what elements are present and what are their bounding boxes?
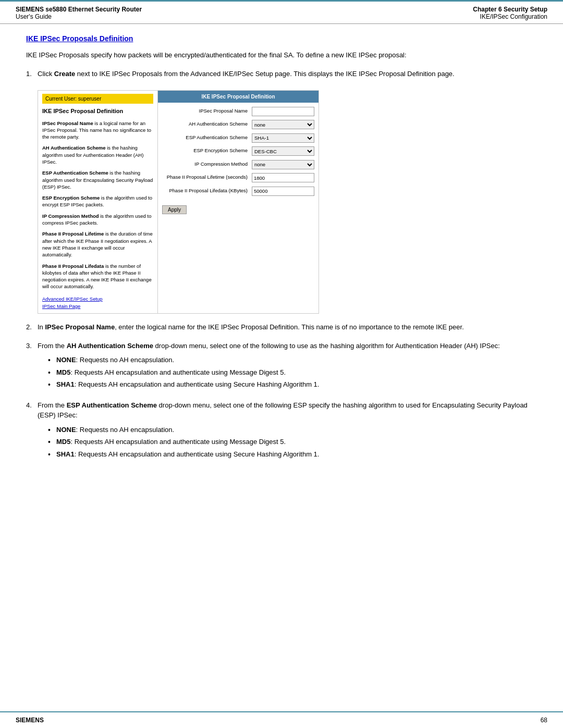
right-panel: IKE IPSec Proposal Definition IPSec Prop… <box>158 91 319 313</box>
bullet-text: : Requests AH encapsulation and authenti… <box>75 380 320 388</box>
bullet-item: SHA1: Requests AH encapsulation and auth… <box>48 379 537 390</box>
form-input-3[interactable]: none DES-CBC 3DES-CBC <box>252 146 314 156</box>
left-panel: Current User: superuser IKE IPSec Propos… <box>38 91 158 313</box>
bullet-bold: NONE <box>56 356 76 364</box>
form-label-2: ESP Authentication Scheme <box>162 134 252 141</box>
step-number: 2. <box>26 322 38 332</box>
ipsec-proposal-name-field[interactable] <box>252 107 314 116</box>
step1-text-before: Click <box>38 70 54 78</box>
apply-row: Apply <box>158 202 319 219</box>
list-item: 4. From the ESP Authentication Scheme dr… <box>26 400 537 462</box>
desc-6: Phase II Proposal Lifedata is the number… <box>42 263 153 290</box>
form-input-6[interactable] <box>252 186 314 196</box>
step2-text-before: In <box>38 323 45 331</box>
bullet-text: : Requests AH encapsulation and authenti… <box>70 368 286 376</box>
right-panel-header: IKE IPSec Proposal Definition <box>158 91 319 103</box>
step3-text-after: drop-down menu, select one of the follow… <box>153 342 500 350</box>
step1-bold: Create <box>54 70 75 78</box>
step1-text-after: next to IKE IPSec Proposals from the Adv… <box>75 70 454 78</box>
header-left: SIEMENS se5880 Ethernet Security Router … <box>16 6 142 20</box>
bullet-text: : Requests AH encapsulation and authenti… <box>70 438 286 446</box>
bullet-bold: SHA1 <box>56 450 75 458</box>
left-panel-links: Advanced IKE/IPSec Setup IPSec Main Page <box>42 295 153 311</box>
desc-4: IP Compression Method is the algorithm u… <box>42 213 153 227</box>
step3-bullets: NONE: Requests no AH encapsulation. MD5:… <box>48 355 537 390</box>
page-footer: SIEMENS 68 <box>0 711 563 728</box>
current-user-bar: Current User: superuser <box>42 94 153 104</box>
section-label: IKE/IPSec Configuration <box>473 13 547 20</box>
form-row-6: Phase II Proposal Lifedata (KBytes) <box>162 186 314 196</box>
esp-encryption-scheme-select[interactable]: none DES-CBC 3DES-CBC <box>252 146 314 156</box>
bullet-bold: SHA1 <box>56 380 75 388</box>
bullet-text: : Requests no AH encapsulation. <box>76 426 175 434</box>
desc-2: ESP Authentication Scheme is the hashing… <box>42 169 153 190</box>
bullet-bold: MD5 <box>56 368 70 376</box>
screenshot-box: Current User: superuser IKE IPSec Propos… <box>38 90 319 314</box>
bullet-text: : Requests no AH encapsulation. <box>76 356 175 364</box>
footer-left: SIEMENS <box>16 717 44 724</box>
header-right: Chapter 6 Security Setup IKE/IPSec Confi… <box>473 6 547 20</box>
step-3-content: From the AH Authentication Scheme drop-d… <box>38 341 537 392</box>
bullet-item: MD5: Requests AH encapsulation and authe… <box>48 367 537 378</box>
form-label-6: Phase II Proposal Lifedata (KBytes) <box>162 187 252 194</box>
intro-paragraph: IKE IPSec Proposals specify how packets … <box>26 50 537 60</box>
form-input-2[interactable]: none MD5 SHA-1 <box>252 132 314 143</box>
bullet-item: NONE: Requests no AH encapsulation. <box>48 355 537 365</box>
step4-bullets: NONE: Requests no AH encapsulation. MD5:… <box>48 425 537 460</box>
step2-bold: IPSec Proposal Name <box>45 323 115 331</box>
chapter-label: Chapter 6 Security Setup <box>473 6 547 13</box>
left-panel-title: IKE IPSec Proposal Definition <box>42 107 153 116</box>
form-label-3: ESP Encryption Scheme <box>162 147 252 154</box>
form-input-1[interactable]: none MD5 SHA1 <box>252 119 314 130</box>
step4-text-before: From the <box>38 401 67 409</box>
desc-5: Phase II Proposal Lifetime is the durati… <box>42 230 153 258</box>
section-title: IKE IPSec Proposals Definition <box>26 34 537 43</box>
desc-1: AH Authentication Scheme is the hashing … <box>42 144 153 165</box>
list-item: 3. From the AH Authentication Scheme dro… <box>26 341 537 392</box>
step-4-content: From the ESP Authentication Scheme drop-… <box>38 400 537 462</box>
form-row-4: IP Compression Method none LZS <box>162 159 314 169</box>
step2-text-after: , enter the logical name for the IKE IPS… <box>115 323 464 331</box>
form-row-1: AH Authentication Scheme none MD5 SHA1 <box>162 119 314 130</box>
esp-auth-scheme-select[interactable]: none MD5 SHA-1 <box>252 133 314 143</box>
list-item: 2. In IPSec Proposal Name, enter the log… <box>26 322 537 332</box>
page-header: SIEMENS se5880 Ethernet Security Router … <box>0 0 563 24</box>
step-1-content: Click Create next to IKE IPSec Proposals… <box>38 69 537 314</box>
form-row-5: Phase II Proposal Lifetime (seconds) <box>162 172 314 183</box>
form-input-4[interactable]: none LZS <box>252 159 314 169</box>
bullet-item: SHA1: Requests AH encapsulation and auth… <box>48 449 537 460</box>
form-table: IPSec Proposal Name AH Authentication Sc… <box>158 103 319 202</box>
step-number: 3. <box>26 341 38 351</box>
bullet-bold: MD5 <box>56 438 70 446</box>
step3-text-before: From the <box>38 342 67 350</box>
form-label-1: AH Authentication Scheme <box>162 120 252 128</box>
list-item: 1. Click Create next to IKE IPSec Propos… <box>26 69 537 314</box>
guide-label: User's Guide <box>16 13 142 20</box>
step-number: 4. <box>26 400 38 411</box>
desc-3: ESP Encryption Scheme is the algorithm u… <box>42 194 153 208</box>
desc-0: IPSec Proposal Name is a logical name fo… <box>42 120 153 141</box>
ah-auth-scheme-select[interactable]: none MD5 SHA1 <box>252 120 314 129</box>
screenshot-container: Current User: superuser IKE IPSec Propos… <box>38 84 537 314</box>
numbered-list: 1. Click Create next to IKE IPSec Propos… <box>26 69 537 462</box>
advanced-ike-link[interactable]: Advanced IKE/IPSec Setup <box>42 295 153 303</box>
form-input-5[interactable] <box>252 172 314 183</box>
step3-bold: AH Authentication Scheme <box>67 342 153 350</box>
device-name: SIEMENS se5880 Ethernet Security Router <box>16 6 142 13</box>
bullet-text: : Requests AH encapsulation and authenti… <box>75 450 320 458</box>
bullet-bold: NONE <box>56 426 76 434</box>
phase2-lifedata-field[interactable] <box>252 187 314 196</box>
step-2-content: In IPSec Proposal Name, enter the logica… <box>38 322 537 332</box>
form-row-2: ESP Authentication Scheme none MD5 SHA-1 <box>162 132 314 143</box>
ipsec-main-link[interactable]: IPSec Main Page <box>42 303 153 310</box>
footer-right: 68 <box>541 717 547 724</box>
form-row-0: IPSec Proposal Name <box>162 106 314 116</box>
bullet-item: NONE: Requests no AH encapsulation. <box>48 425 537 435</box>
form-label-0: IPSec Proposal Name <box>162 107 252 115</box>
step4-bold: ESP Authentication Scheme <box>67 401 157 409</box>
phase2-lifetime-field[interactable] <box>252 173 314 182</box>
ip-compression-select[interactable]: none LZS <box>252 160 314 169</box>
form-input-0[interactable] <box>252 106 314 116</box>
form-label-5: Phase II Proposal Lifetime (seconds) <box>162 174 252 181</box>
apply-button[interactable]: Apply <box>162 205 187 214</box>
